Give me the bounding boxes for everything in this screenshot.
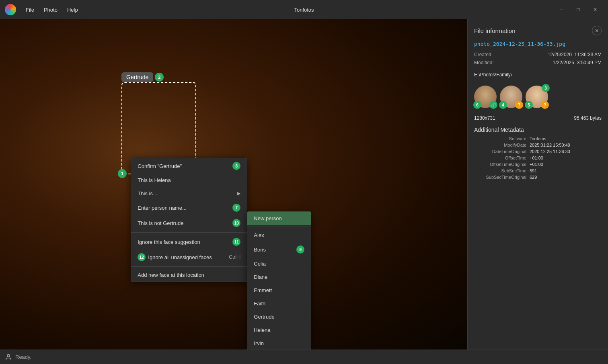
ctx-enter-name[interactable]: Enter person name... 7 — [131, 200, 247, 215]
dimensions-size-row: 1280x731 95,463 bytes — [474, 115, 602, 121]
ctx-separator-1 — [131, 232, 247, 233]
photo-background: 1 Gertrude 2 Confirm "Gertrude" 8 This i… — [0, 19, 467, 350]
submenu-emmett[interactable]: Emmett — [247, 284, 311, 297]
panel-title: File information — [474, 27, 516, 34]
meta-value: 2025:01:22 15:50:49 — [530, 143, 570, 147]
metadata-row: ModifyDate 2025:01:22 15:50:49 — [474, 143, 602, 147]
created-value: 12/25/2020 11:36:33 AM — [548, 52, 602, 57]
ctx-separator-2 — [131, 266, 247, 267]
close-button[interactable]: ✕ — [587, 3, 603, 16]
meta-value: Tonfotos — [530, 136, 546, 141]
submenu-faith[interactable]: Faith — [247, 297, 311, 310]
dimensions-label: 1280x731 — [474, 115, 495, 121]
panel-close-button[interactable]: ✕ — [592, 26, 602, 35]
maximize-button[interactable]: □ — [570, 3, 586, 16]
face-name-label: Gertrude — [121, 72, 153, 82]
badge-link-icon: 🔗 — [489, 101, 497, 109]
face-thumb-1: 🔗 6 — [474, 86, 497, 108]
meta-key: ModifyDate — [474, 143, 526, 147]
meta-value: +01:00 — [530, 162, 543, 167]
meta-value: 629 — [530, 175, 537, 180]
additional-metadata-title: Additional Metadata — [474, 127, 602, 133]
created-row: Created: 12/25/2020 11:36:33 AM — [474, 52, 602, 57]
metadata-row: DateTimeOriginal 2020:12:25 11:36:33 — [474, 149, 602, 154]
modified-row: Modified: 1/22/2025 3:50:49 PM — [474, 60, 602, 65]
badge-11: 11 — [232, 238, 240, 246]
face-thumbnails: 🔗 6 ? 4 3 ? 5 — [474, 86, 602, 108]
badge-3: 3 — [542, 84, 550, 92]
metadata-row: SubSecTime 591 — [474, 168, 602, 173]
ctx-ignore-face[interactable]: Ignore this face suggestion 11 — [131, 234, 247, 249]
submenu-helena[interactable]: Helena — [247, 323, 311, 337]
submenu-new-person[interactable]: New person — [247, 212, 311, 225]
ctx-add-face[interactable]: Add new face at this location — [131, 268, 247, 282]
badge-5: 5 — [525, 101, 533, 109]
badge-1: 1 — [118, 169, 127, 178]
submenu-celia[interactable]: Celia — [247, 257, 311, 270]
ctx-ignore-all[interactable]: 12 Ignore all unassigned faces Ctrl+I — [131, 249, 247, 265]
submenu-gertrude[interactable]: Gertrude — [247, 310, 311, 323]
window-controls: ─ □ ✕ — [553, 3, 603, 16]
metadata-row: Software Tonfotos — [474, 136, 602, 141]
status-text: Ready. — [15, 354, 31, 360]
metadata-row: OffsetTime +01:00 — [474, 155, 602, 160]
submenu-diane[interactable]: Diane — [247, 270, 311, 284]
menu-file[interactable]: File — [22, 5, 38, 14]
main-layout: 1 Gertrude 2 Confirm "Gertrude" 8 This i… — [0, 19, 608, 350]
photo-area[interactable]: 1 Gertrude 2 Confirm "Gertrude" 8 This i… — [0, 19, 467, 350]
face-label-container: Gertrude 2 — [121, 72, 164, 82]
metadata-list: Software Tonfotos ModifyDate 2025:01:22 … — [474, 136, 602, 181]
face-thumb-2: ? 4 — [500, 86, 522, 108]
badge-question-4: ? — [515, 101, 523, 109]
meta-value: +01:00 — [530, 155, 543, 160]
menu-bar: File Photo Help — [22, 5, 553, 14]
badge-2: 2 — [155, 73, 164, 82]
menu-photo[interactable]: Photo — [40, 5, 62, 14]
filename-label: photo_2024-12-25_11-36-33.jpg — [474, 41, 602, 47]
meta-value: 591 — [530, 168, 537, 173]
meta-key: SubSecTimeOriginal — [474, 175, 526, 180]
submenu-arrow-icon: ▶ — [237, 191, 240, 196]
metadata-row: OffsetTimeOriginal +01:00 — [474, 162, 602, 167]
submenu-boris[interactable]: Boris 9 — [247, 242, 311, 257]
modified-value: 1/22/2025 3:50:49 PM — [553, 60, 602, 65]
app-icon — [5, 4, 16, 15]
badge-10: 10 — [232, 219, 240, 227]
submenu-separator — [247, 227, 311, 227]
ctx-confirm-gertrude[interactable]: Confirm "Gertrude" 8 — [131, 158, 247, 174]
modified-label: Modified: — [474, 60, 494, 65]
panel-header: File information ✕ — [474, 26, 602, 35]
meta-key: Software — [474, 136, 526, 141]
meta-key: OffsetTimeOriginal — [474, 162, 526, 167]
face-thumb-3: 3 ? 5 — [526, 86, 548, 108]
menu-help[interactable]: Help — [63, 5, 82, 14]
badge-8: 8 — [232, 162, 240, 170]
badge-4: 4 — [499, 101, 507, 109]
badge-6: 6 — [473, 101, 481, 109]
badge-12: 12 — [138, 253, 146, 261]
titlebar: File Photo Help Tonfotos ─ □ ✕ — [0, 0, 608, 19]
filesize-label: 95,463 bytes — [574, 115, 602, 121]
ctx-not-gertrude[interactable]: This is not Gertrude 10 — [131, 215, 247, 231]
meta-value: 2020:12:25 11:36:33 — [530, 149, 570, 154]
metadata-row: SubSecTimeOriginal 629 — [474, 175, 602, 180]
meta-key: DateTimeOriginal — [474, 149, 526, 154]
meta-key: OffsetTime — [474, 155, 526, 160]
ctx-this-is-helena[interactable]: This is Helena — [131, 174, 247, 187]
minimize-button[interactable]: ─ — [553, 3, 569, 16]
ctx-this-is[interactable]: This is ... ▶ New person Alex Boris — [131, 187, 247, 200]
submenu: New person Alex Boris 9 Celia — [247, 211, 311, 350]
app-title: Tonfotos — [294, 7, 314, 13]
ignore-all-shortcut: Ctrl+I — [229, 254, 240, 260]
submenu-alex[interactable]: Alex — [247, 229, 311, 242]
badge-question-5: ? — [541, 101, 549, 109]
status-person-icon — [5, 354, 12, 361]
created-label: Created: — [474, 52, 493, 57]
submenu-irvin[interactable]: Irvin — [247, 337, 311, 350]
context-menu: Confirm "Gertrude" 8 This is Helena This… — [131, 158, 247, 282]
badge-7: 7 — [232, 204, 240, 212]
statusbar: Ready. — [0, 350, 608, 364]
meta-key: SubSecTime — [474, 168, 526, 173]
svg-point-0 — [7, 354, 10, 357]
file-path: E:\Photos\Family\ — [474, 72, 602, 78]
